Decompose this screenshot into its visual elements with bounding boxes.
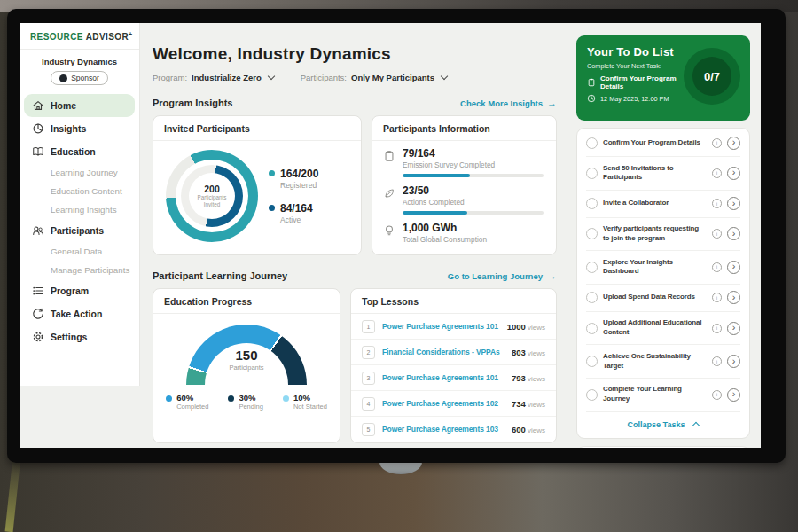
info-icon xyxy=(712,356,722,366)
stat-label: Actions Completed xyxy=(403,198,544,207)
sidebar-item-insights[interactable]: Insights xyxy=(20,117,139,140)
todo-item[interactable]: Upload Spend Data Records xyxy=(586,285,740,312)
pending-dot-icon xyxy=(228,395,234,402)
completed-percent: 60% xyxy=(176,393,208,403)
sidebar-item-learning-insights[interactable]: Learning Insights xyxy=(20,200,139,219)
sidebar-item-education-content[interactable]: Education Content xyxy=(20,182,139,200)
stat-row: 79/164 Emission Survey Completed xyxy=(383,147,544,177)
info-icon xyxy=(712,138,722,148)
todo-item-label: Send 50 Invitations to Participants xyxy=(603,164,707,184)
chevron-right-icon[interactable] xyxy=(727,355,740,368)
sidebar-item-general-data[interactable]: General Data xyxy=(20,242,139,261)
todo-item[interactable]: Upload Additional Educational Content xyxy=(586,312,740,346)
invited-center-label: Participants Invited xyxy=(192,194,232,208)
education-icon xyxy=(32,145,44,158)
todo-next-task-time: 12 May 2025, 12:00 PM xyxy=(600,95,669,103)
todo-checkbox[interactable] xyxy=(586,262,598,273)
program-filter-value: Industrialize Zero xyxy=(192,73,262,82)
chevron-right-icon[interactable] xyxy=(727,167,740,180)
todo-checkbox[interactable] xyxy=(586,228,598,239)
program-filter[interactable]: Program: Industrialize Zero xyxy=(153,73,274,82)
stats-list: 79/164 Emission Survey Completed 23/50 A… xyxy=(372,141,556,244)
todo-progress-value: 0/7 xyxy=(692,57,732,96)
todo-item[interactable]: Send 50 Invitations to Participants xyxy=(586,157,740,191)
top-lessons-title: Top Lessons xyxy=(351,289,556,314)
collapse-tasks-button[interactable]: Collapse Tasks xyxy=(586,412,740,436)
sidebar-item-learning-journey[interactable]: Learning Journey xyxy=(20,163,139,182)
brand-secondary: ADVISOR xyxy=(86,32,129,42)
todo-checkbox[interactable] xyxy=(586,292,598,303)
info-icon xyxy=(712,199,722,208)
lesson-link[interactable]: Financial Considerations - VPPAs xyxy=(382,348,505,356)
collapse-tasks-label: Collapse Tasks xyxy=(628,420,685,429)
todo-item[interactable]: Complete Your Learning Journey xyxy=(586,379,740,412)
program-insights-title: Program Insights xyxy=(153,98,232,108)
top-lessons-card: Top Lessons 1 Power Purchase Agreements … xyxy=(350,288,557,443)
pending-label: Pending xyxy=(239,403,263,411)
chevron-right-icon[interactable] xyxy=(727,197,740,210)
todo-item[interactable]: Confirm Your Program Details xyxy=(586,129,740,157)
sidebar-item-participants[interactable]: Participants xyxy=(20,219,139,242)
dashboard-screen: RESOURCE ADVISOR+ Industry Dynamics Spon… xyxy=(20,23,761,448)
legend-not-started: 10% Not Started xyxy=(283,393,327,411)
lesson-views-suffix: views xyxy=(526,324,545,332)
chevron-right-icon[interactable] xyxy=(727,291,740,304)
consumption-icon xyxy=(383,224,395,237)
participants-information-title: Participants Information xyxy=(372,116,556,141)
sidebar-item-label: Program xyxy=(51,286,89,296)
todo-checkbox[interactable] xyxy=(586,168,598,179)
lesson-link[interactable]: Power Purchase Agreements 103 xyxy=(382,425,505,434)
not-started-label: Not Started xyxy=(293,403,327,411)
info-icon xyxy=(712,168,722,178)
sidebar-item-manage-participants[interactable]: Manage Participants xyxy=(20,261,139,279)
lesson-link[interactable]: Power Purchase Agreements 102 xyxy=(382,399,505,408)
completed-dot-icon xyxy=(166,395,172,402)
go-to-learning-journey-link[interactable]: Go to Learning Journey → xyxy=(448,271,557,281)
todo-checkbox[interactable] xyxy=(586,389,598,401)
chevron-right-icon[interactable] xyxy=(727,227,740,240)
todo-checkbox[interactable] xyxy=(586,198,598,209)
todo-checkbox[interactable] xyxy=(586,137,598,149)
todo-item-label: Upload Spend Data Records xyxy=(603,293,707,302)
check-more-insights-link[interactable]: Check More Insights → xyxy=(460,98,557,108)
todo-list-card: Confirm Your Program Details Send 50 Inv… xyxy=(576,128,750,439)
pending-percent: 30% xyxy=(239,393,263,403)
org-name: Industry Dynamics xyxy=(20,57,139,66)
todo-item[interactable]: Achieve One Sustainability Target xyxy=(586,345,740,379)
info-icon xyxy=(712,229,722,239)
main-content: Welcome, Industry Dynamics Program: Indu… xyxy=(140,23,567,448)
registered-label: Registered xyxy=(280,181,318,190)
actions-icon xyxy=(383,187,395,200)
stat-progress-bar xyxy=(403,174,544,177)
sidebar-nav: Home Insights Education Learning Journey… xyxy=(20,94,139,348)
todo-checkbox[interactable] xyxy=(586,356,598,367)
check-more-insights-label: Check More Insights xyxy=(460,98,543,108)
todo-item[interactable]: Explore Your Insights Dashboard xyxy=(586,251,740,285)
sidebar-item-settings[interactable]: Settings xyxy=(20,325,139,348)
sidebar-item-program[interactable]: Program xyxy=(20,279,139,302)
todo-checkbox[interactable] xyxy=(586,323,598,334)
participants-filter[interactable]: Participants: Only My Participants xyxy=(301,73,447,82)
lesson-link[interactable]: Power Purchase Agreements 101 xyxy=(382,373,505,382)
chevron-right-icon[interactable] xyxy=(727,137,740,150)
lesson-link[interactable]: Power Purchase Agreements 101 xyxy=(382,322,500,331)
info-icon xyxy=(712,262,722,272)
chevron-right-icon[interactable] xyxy=(727,261,740,274)
sidebar-panel: RESOURCE ADVISOR+ Industry Dynamics Spon… xyxy=(20,23,140,386)
lesson-views-suffix: views xyxy=(526,349,545,357)
page-title: Welcome, Industry Dynamics xyxy=(153,44,557,64)
todo-item[interactable]: Verify participants requesting to join t… xyxy=(586,218,740,252)
sidebar-item-home[interactable]: Home xyxy=(24,94,135,117)
invited-donut-inner: 200 Participants Invited xyxy=(181,165,243,227)
not-started-dot-icon xyxy=(283,395,289,402)
lesson-row: 1 Power Purchase Agreements 101 1000 vie… xyxy=(351,314,556,340)
lesson-views-count: 1000 xyxy=(507,322,526,332)
sponsor-badge[interactable]: Sponsor xyxy=(51,71,108,85)
completed-label: Completed xyxy=(176,403,208,411)
sidebar-item-education[interactable]: Education xyxy=(20,140,139,163)
sidebar-item-take-action[interactable]: Take Action xyxy=(20,302,139,325)
todo-item[interactable]: Invite a Collaborator xyxy=(586,191,740,218)
chevron-right-icon[interactable] xyxy=(727,322,740,335)
brand-logo[interactable]: RESOURCE ADVISOR+ xyxy=(20,31,139,50)
chevron-right-icon[interactable] xyxy=(727,388,740,402)
